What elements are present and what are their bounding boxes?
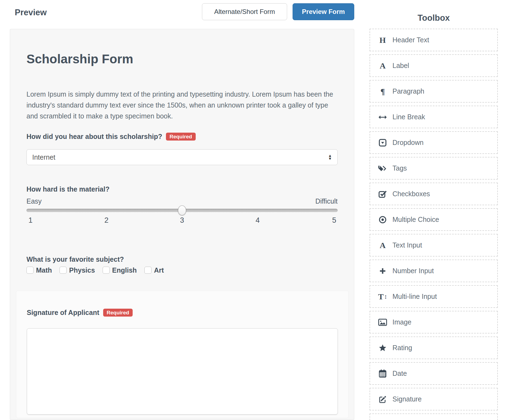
toolbox-item-multiple-choice[interactable]: Multiple Choice: [370, 208, 498, 231]
toolbox-item-paragraph[interactable]: ¶ Paragraph: [370, 80, 498, 103]
toolbox-item-label: Label: [392, 62, 409, 70]
toolbox-item-label[interactable]: A Label: [370, 54, 498, 77]
select-selected-value: Internet: [32, 153, 55, 161]
toolbox-item-header-text[interactable]: H Header Text: [370, 29, 498, 51]
signature-icon: [378, 395, 388, 403]
slider-tick: 1: [28, 215, 32, 225]
hear-about-select[interactable]: Internet ▲▼: [26, 149, 338, 165]
dropdown-question: How did you hear about this scholarship?…: [26, 132, 196, 141]
dropdown-question-label: How did you hear about this scholarship?: [26, 133, 162, 141]
required-badge: Required: [166, 133, 195, 141]
toolbox-item-label: Multiple Choice: [392, 216, 439, 224]
checkbox-label: Art: [154, 266, 164, 274]
form-preview-panel: Scholarship Form Lorem Ipsum is simply d…: [10, 29, 354, 420]
line-break-icon: [378, 114, 388, 120]
rating-icon: [378, 344, 388, 352]
toolbox-item-label: Dropdown: [392, 139, 424, 147]
slider-ticks: 1 2 3 4 5: [26, 215, 338, 225]
toolbox-item-image[interactable]: Image: [370, 311, 498, 333]
slider-tick: 4: [256, 215, 260, 225]
checkbox-option-art[interactable]: Art: [144, 266, 164, 274]
checkbox-label: English: [112, 266, 137, 274]
multiple-choice-icon: [378, 216, 388, 224]
required-badge: Required: [103, 309, 133, 317]
toolbox-item-signature[interactable]: Signature: [370, 388, 498, 410]
toolbox-item-rating[interactable]: Rating: [370, 336, 498, 359]
number-input-icon: [378, 268, 388, 274]
signature-pad[interactable]: [27, 328, 338, 415]
text-input-icon: A: [378, 241, 388, 249]
toolbox-item-label: Checkboxes: [392, 190, 430, 198]
toolbox-item-number-input[interactable]: Number Input: [370, 260, 498, 282]
signature-question-label: Signature of Applicant: [27, 309, 99, 317]
toolbox-item-line-break[interactable]: Line Break: [370, 106, 498, 128]
slider-question: How hard is the material?: [26, 184, 109, 194]
toolbox-item-date[interactable]: Date: [370, 362, 498, 385]
slider-minmax-labels: Easy Difficult: [26, 197, 338, 205]
slider-tick: 2: [104, 215, 108, 225]
select-spinner-icon: ▲▼: [328, 154, 332, 160]
checkbox-english[interactable]: [103, 267, 110, 274]
toolbox-item-text-input[interactable]: A Text Input: [370, 234, 498, 257]
checkbox-art[interactable]: [144, 267, 151, 274]
toolbox-item-checkboxes[interactable]: Checkboxes: [370, 183, 498, 205]
alternate-short-form-button[interactable]: Alternate/Short Form: [202, 3, 287, 20]
toolbox-item-label: Rating: [392, 344, 412, 352]
checkbox-math[interactable]: [26, 267, 34, 274]
toolbox-item-label: Signature: [392, 395, 422, 403]
preview-form-button[interactable]: Preview Form: [293, 3, 354, 20]
dropdown-icon: [378, 139, 388, 147]
image-icon: [378, 319, 388, 326]
toolbox-item-label: Text Input: [392, 241, 422, 249]
toolbox-item-multi-line-input[interactable]: T↕ Multi-line Input: [370, 285, 498, 308]
difficulty-slider-track[interactable]: [26, 209, 338, 212]
toolbox-item-label: Image: [392, 318, 411, 326]
checkboxes-icon: [378, 190, 388, 198]
multi-line-input-icon: T↕: [378, 293, 388, 301]
checkbox-option-english[interactable]: English: [103, 266, 137, 274]
tags-icon: [378, 165, 388, 172]
toolbox-item-label: Paragraph: [392, 87, 424, 95]
checkbox-question-label: What is your favorite subject?: [26, 255, 124, 263]
date-icon: [378, 370, 388, 378]
checkbox-label: Physics: [69, 266, 95, 274]
checkbox-question: What is your favorite subject?: [26, 255, 124, 264]
checkbox-physics[interactable]: [59, 267, 67, 274]
difficulty-slider-handle[interactable]: [178, 205, 186, 215]
toolbox-item-label: Line Break: [392, 113, 425, 121]
slider-tick: 3: [180, 215, 184, 225]
form-title: Scholarship Form: [26, 52, 133, 66]
label-icon: A: [378, 62, 388, 70]
slider-question-label: How hard is the material?: [26, 185, 109, 193]
toolbox-item-label: Multi-line Input: [392, 293, 437, 300]
paragraph-icon: ¶: [378, 87, 388, 96]
header-text-icon: H: [378, 36, 388, 44]
signature-question: Signature of Applicant Required: [27, 308, 133, 317]
toolbox-item-tags[interactable]: Tags: [370, 157, 498, 180]
preview-title: Preview: [15, 8, 47, 17]
signature-section: Signature of Applicant Required: [16, 291, 349, 418]
form-description: Lorem Ipsum is simply dummy text of the …: [26, 89, 340, 121]
toolbox-item-partial[interactable]: [370, 413, 498, 420]
toolbox-title: Toolbox: [370, 13, 498, 23]
slider-max-label: Difficult: [315, 197, 338, 205]
toolbox-item-label: Number Input: [392, 267, 434, 275]
toolbox-item-dropdown[interactable]: Dropdown: [370, 131, 498, 154]
subject-checkbox-group: Math Physics English Art: [26, 266, 164, 275]
slider-min-label: Easy: [26, 197, 42, 205]
checkbox-option-physics[interactable]: Physics: [59, 266, 95, 274]
toolbox-item-label: Date: [392, 370, 407, 377]
toolbox-item-label: Tags: [392, 164, 407, 172]
checkbox-option-math[interactable]: Math: [26, 266, 52, 274]
slider-tick: 5: [332, 215, 336, 225]
checkbox-label: Math: [36, 266, 52, 274]
toolbox-item-label: Header Text: [392, 36, 429, 44]
